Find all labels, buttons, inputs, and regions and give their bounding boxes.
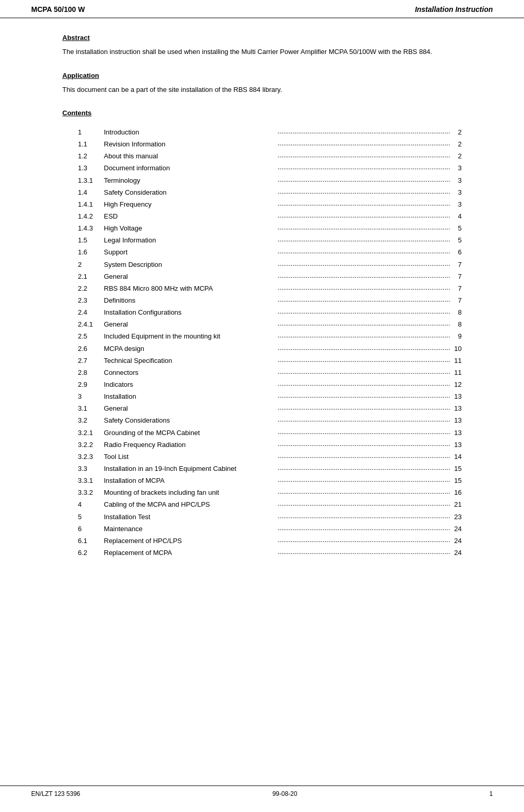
toc-dots: [278, 210, 451, 221]
toc-page: 13: [451, 440, 462, 450]
toc-dots: [278, 294, 451, 305]
toc-num: 1: [78, 127, 104, 138]
toc-page: 3: [451, 163, 462, 173]
toc-label: Radio Frequency Radiation: [104, 440, 277, 450]
toc-item: 2.5Included Equipment in the mounting ki…: [78, 331, 462, 342]
toc-label: High Frequency: [104, 199, 277, 210]
toc-item: 1.3Document information3: [78, 163, 462, 174]
toc-item: 3.3.1Installation of MCPA15: [78, 476, 462, 486]
toc-page: 13: [451, 415, 462, 426]
toc-page: 2: [451, 151, 462, 161]
toc-dots: [278, 355, 451, 366]
toc-num: 1.6: [78, 247, 104, 258]
toc-item: 6.1Replacement of HPC/LPS24: [78, 536, 462, 547]
toc-label: General: [104, 272, 277, 282]
toc-num: 1.5: [78, 235, 104, 246]
toc-label: High Voltage: [104, 223, 277, 234]
toc-label: Revision Information: [104, 139, 277, 150]
toc-page: 7: [451, 260, 462, 270]
toc-dots: [278, 523, 451, 534]
toc-page: 9: [451, 331, 462, 342]
abstract-heading: Abstract: [62, 34, 462, 42]
toc-item: 2.2RBS 884 Micro 800 MHz with MCPA7: [78, 283, 462, 294]
toc-page: 3: [451, 175, 462, 186]
toc-item: 2.9Indicators12: [78, 380, 462, 390]
toc-dots: [278, 367, 451, 377]
toc-page: 7: [451, 295, 462, 306]
toc-item: 3.2Safety Considerations13: [78, 415, 462, 426]
header-right: Installation Instruction: [415, 5, 493, 13]
toc-label: Cabling of the MCPA and HPC/LPS: [104, 499, 277, 510]
toc-label: Introduction: [104, 127, 277, 138]
application-heading: Application: [62, 72, 462, 79]
toc-label: Replacement of MCPA: [104, 548, 277, 558]
toc-item: 4Cabling of the MCPA and HPC/LPS21: [78, 499, 462, 510]
toc-dots: [278, 343, 451, 354]
toc-dots: [278, 511, 451, 522]
toc-page: 15: [451, 476, 462, 486]
toc-dots: [278, 498, 451, 509]
toc-dots: [278, 427, 451, 438]
toc-page: 4: [451, 211, 462, 222]
toc-num: 1.4.2: [78, 211, 104, 222]
toc-num: 6.1: [78, 536, 104, 546]
toc-num: 1.4.3: [78, 223, 104, 234]
toc-dots: [278, 475, 451, 485]
toc-item: 5Installation Test23: [78, 512, 462, 523]
toc-label: Replacement of HPC/LPS: [104, 536, 277, 546]
toc-label: Installation: [104, 391, 277, 402]
toc-num: 2.1: [78, 272, 104, 282]
toc-dots: [278, 378, 451, 389]
toc-item: 3.2.3Tool List14: [78, 452, 462, 463]
toc-num: 2: [78, 260, 104, 270]
toc-label: Safety Considerations: [104, 415, 277, 426]
toc-page: 13: [451, 428, 462, 438]
footer-right: 1: [489, 790, 493, 797]
toc-num: 5: [78, 512, 104, 522]
toc-page: 3: [451, 187, 462, 198]
toc-page: 2: [451, 139, 462, 150]
toc-item: 2.4Installation Configurations8: [78, 307, 462, 318]
toc-dots: [278, 246, 451, 257]
toc-item: 3Installation13: [78, 391, 462, 402]
toc-label: System Description: [104, 260, 277, 270]
toc-label: Safety Consideration: [104, 187, 277, 198]
toc-label: Support: [104, 247, 277, 258]
toc-page: 14: [451, 452, 462, 462]
toc-label: Mounting of brackets including fan unit: [104, 488, 277, 498]
toc-item: 6.2Replacement of MCPA24: [78, 548, 462, 559]
toc-item: 1.5Legal Information5: [78, 235, 462, 246]
toc-page: 6: [451, 247, 462, 258]
toc-item: 2System Description7: [78, 260, 462, 270]
toc-num: 3: [78, 391, 104, 402]
toc-dots: [278, 414, 451, 425]
toc-dots: [278, 330, 451, 341]
page-footer: EN/LZT 123 5396 99-08-20 1: [0, 786, 524, 802]
toc-item: 6Maintenance24: [78, 524, 462, 535]
toc-page: 2: [451, 127, 462, 138]
toc-num: 1.4: [78, 187, 104, 198]
toc-item: 1.4Safety Consideration3: [78, 187, 462, 198]
toc-item: 2.3Definitions7: [78, 295, 462, 306]
toc-dots: [278, 126, 451, 137]
toc-label: RBS 884 Micro 800 MHz with MCPA: [104, 283, 277, 294]
footer-left: EN/LZT 123 5396: [31, 790, 80, 797]
toc-dots: [278, 535, 451, 546]
toc-page: 13: [451, 403, 462, 414]
toc-item: 3.3Installation in an 19-Inch Equipment …: [78, 464, 462, 475]
toc-page: 24: [451, 536, 462, 546]
toc-dots: [278, 402, 451, 413]
toc-dots: [278, 186, 451, 197]
page-header: MCPA 50/100 W Installation Instruction: [0, 0, 524, 18]
toc-label: Connectors: [104, 368, 277, 378]
toc-page: 11: [451, 368, 462, 378]
toc-num: 1.3.1: [78, 175, 104, 186]
toc-item: 3.3.2Mounting of brackets including fan …: [78, 488, 462, 498]
toc-num: 4: [78, 499, 104, 510]
toc-label: General: [104, 319, 277, 330]
toc-item: 1.3.1Terminology3: [78, 175, 462, 186]
toc-num: 1.2: [78, 151, 104, 161]
toc-num: 3.3.2: [78, 488, 104, 498]
toc-label: MCPA design: [104, 344, 277, 354]
toc-item: 1.2About this manual2: [78, 151, 462, 162]
